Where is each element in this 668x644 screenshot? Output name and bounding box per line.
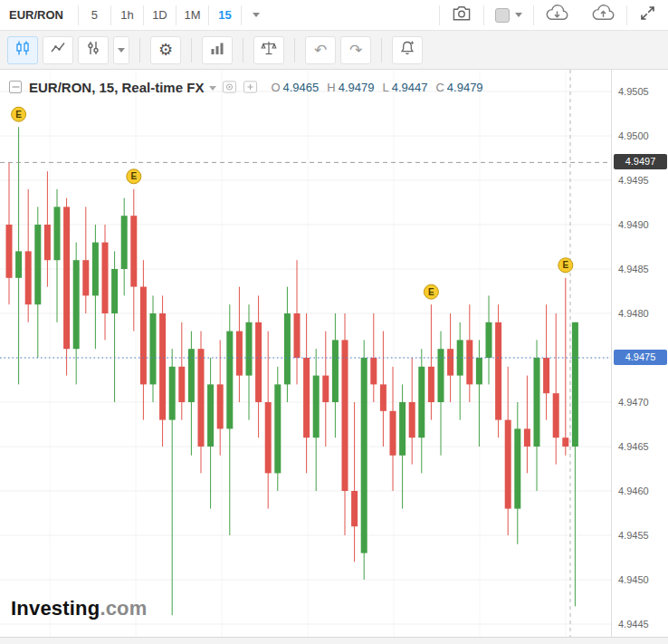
candle	[54, 189, 61, 322]
candle	[63, 198, 70, 376]
timeframe-dropdown-button[interactable]	[242, 0, 271, 30]
timeframe-1d-button[interactable]: 1D	[144, 0, 176, 30]
candle	[25, 189, 32, 322]
candle	[438, 332, 444, 456]
candle	[322, 332, 329, 447]
price-tick-label: 4.9455	[618, 528, 649, 543]
chart-style-icon	[495, 8, 510, 23]
chevron-down-icon[interactable]	[209, 86, 216, 91]
candle	[457, 322, 463, 420]
stats-bars-icon	[208, 39, 226, 61]
gear-icon: ⚙	[158, 42, 173, 58]
indicators-sliders-icon	[84, 39, 102, 61]
candle	[92, 225, 99, 349]
undo-button[interactable]: ↶	[305, 36, 336, 64]
candle	[342, 313, 348, 535]
load-layout-button[interactable]	[534, 0, 580, 30]
candle	[361, 340, 367, 580]
line-style-button[interactable]	[43, 36, 73, 64]
fullscreen-icon	[638, 4, 657, 26]
candlestick-chart[interactable]: EEEE	[0, 70, 611, 644]
candle	[284, 287, 291, 402]
candle	[159, 295, 166, 447]
event-marker[interactable]: E	[424, 284, 438, 299]
timeframe-1m-button[interactable]: 1M	[177, 0, 208, 30]
cloud-upload-icon	[591, 4, 616, 26]
candle	[553, 313, 559, 465]
chart-area: EEEE 4.95054.95004.94954.94904.94854.948…	[0, 70, 668, 644]
price-tick-label: 4.9470	[618, 395, 649, 409]
chart-style-button[interactable]	[484, 0, 533, 30]
candle	[390, 367, 396, 491]
candle	[111, 251, 118, 402]
event-marker[interactable]: E	[127, 169, 141, 184]
svg-text:E: E	[15, 110, 22, 120]
candle	[313, 349, 320, 491]
price-tick-label: 4.9505	[618, 84, 649, 99]
price-tick-label: 4.9485	[618, 262, 649, 276]
candle	[332, 313, 339, 437]
symbol-label: EUR/RON	[0, 8, 78, 22]
candle	[188, 332, 195, 456]
event-marker[interactable]: E	[12, 107, 26, 121]
price-tick-label: 4.9480	[618, 306, 649, 321]
candle	[294, 260, 301, 384]
event-marker[interactable]: E	[558, 258, 573, 273]
separator	[243, 38, 243, 62]
candle	[514, 402, 520, 544]
candlestick-style-button[interactable]	[7, 36, 38, 64]
ohlc-values: O4.9465 H4.9479 L4.9447 C4.9479	[271, 81, 482, 94]
top-toolbar: EUR/RON 5 1h 1D 1M 15	[0, 0, 668, 31]
candle	[73, 243, 80, 385]
create-alert-button[interactable]	[392, 36, 423, 64]
studies-button[interactable]	[202, 36, 233, 64]
ohlc-low: L4.9447	[382, 81, 427, 94]
candle	[207, 358, 214, 509]
candle	[505, 367, 511, 535]
timeframe-15-button[interactable]: 15	[209, 0, 241, 30]
investing-logo: Investing.com	[11, 597, 148, 620]
time-axis-strip[interactable]	[0, 637, 668, 644]
separator	[381, 38, 382, 62]
save-layout-button[interactable]	[580, 0, 626, 30]
price-axis[interactable]: 4.95054.95004.94954.94904.94854.94804.94…	[611, 70, 668, 644]
chart-properties-button[interactable]: ⚙	[150, 36, 181, 64]
candle	[150, 295, 157, 402]
last-price-label: 4.9475	[614, 350, 667, 365]
timeframe-1h-button[interactable]: 1h	[111, 0, 143, 30]
candlestick-icon	[14, 39, 32, 61]
price-tick-label: 4.9500	[618, 129, 649, 143]
collapse-legend-icon[interactable]	[7, 79, 24, 95]
candle	[140, 260, 147, 419]
indicators-button[interactable]	[78, 36, 109, 64]
candle	[34, 207, 41, 358]
compare-button[interactable]	[253, 36, 284, 64]
candle	[562, 278, 568, 456]
candle	[466, 304, 472, 402]
redo-button[interactable]: ↷	[340, 36, 371, 64]
candle	[226, 304, 233, 535]
candle	[169, 349, 176, 615]
chart-tools-toolbar: ⚙ ↶ ↷	[0, 31, 668, 70]
snapshot-camera-button[interactable]	[440, 0, 483, 30]
visibility-toggle-icon[interactable]	[222, 80, 237, 94]
chart-settings-icon[interactable]	[243, 80, 258, 94]
chart-legend: EUR/RON, 15, Real-time FX O4.9465 H4.947…	[7, 79, 483, 95]
line-chart-icon	[49, 39, 67, 61]
candle	[121, 198, 128, 296]
candle	[534, 340, 540, 491]
candle	[476, 340, 482, 447]
legend-title: EUR/RON, 15, Real-time FX	[29, 80, 204, 95]
price-tick-label: 4.9460	[618, 484, 649, 498]
chevron-down-icon	[253, 13, 260, 17]
candle	[486, 295, 492, 384]
fullscreen-button[interactable]	[627, 0, 668, 30]
price-tick-label: 4.9465	[618, 439, 649, 454]
chevron-down-icon	[515, 13, 522, 17]
timeframe-5-button[interactable]: 5	[79, 0, 110, 30]
redo-icon: ↷	[349, 43, 362, 58]
indicators-dropdown-button[interactable]	[113, 36, 129, 64]
separator	[139, 38, 140, 62]
logo-domain: .com	[100, 597, 147, 620]
svg-text:E: E	[428, 287, 434, 297]
